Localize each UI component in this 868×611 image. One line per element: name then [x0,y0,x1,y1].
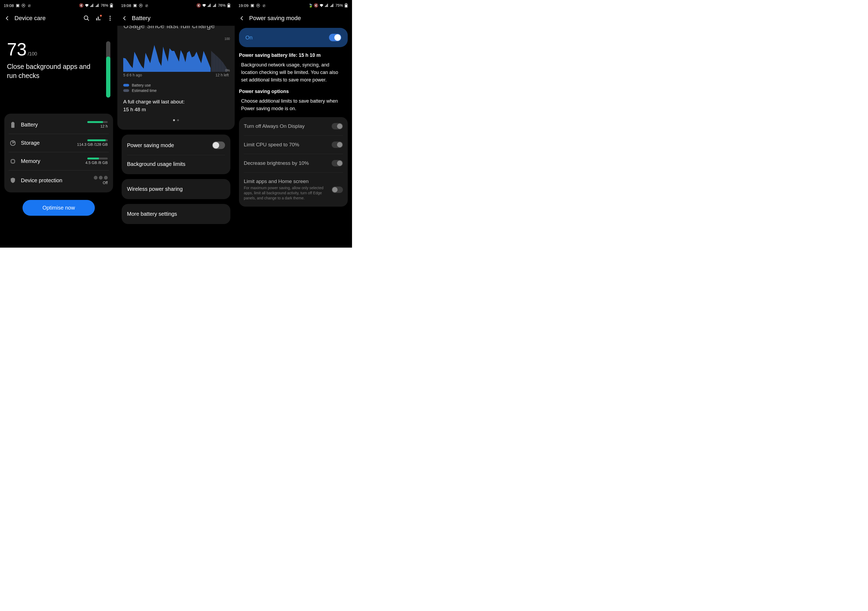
wifi-icon [319,3,324,8]
score-bar-fill [106,57,110,98]
usage-title: Usage since last full charge [123,26,229,30]
svg-rect-2 [111,5,113,7]
aod-toggle[interactable] [332,123,343,129]
chart-legend: Battery use Estimated time [123,82,229,93]
option-label: More battery settings [127,211,225,217]
image-icon: ▣ [133,3,137,8]
chart-x-right: 12 h left [215,73,229,77]
record-icon: ⦿ [256,3,260,8]
status-time: 19:08 [4,3,14,8]
status-bar: 19:08 ▣ ⦿ ⎚ 🔇 76% [117,0,235,11]
page-title: Battery [132,15,230,22]
pager [123,119,229,121]
score-section: 73/100 Close background apps and run che… [4,26,113,103]
battery-icon [109,3,113,8]
protection-item[interactable]: Device protection Off [9,171,109,190]
battery-chart: 100 0% 5 d 6 h ago 12 h left [123,37,229,80]
memory-icon [10,158,16,164]
image-icon: ▣ [16,3,20,8]
back-button[interactable] [4,15,10,21]
limit-apps-row[interactable]: Limit apps and Home screen For maximum p… [244,172,343,206]
battery-icon [344,3,348,8]
svg-point-4 [110,16,111,17]
more-icon[interactable] [107,15,113,21]
opts-title: Power saving options [239,89,348,94]
power-saving-row[interactable]: Power saving mode [127,136,225,155]
leaf-icon: 🍃 [308,3,313,8]
limit-apps-toggle[interactable] [332,186,343,193]
chart-icon[interactable] [95,15,101,21]
header: Device care [0,11,117,26]
wireless-power-row[interactable]: Wireless power sharing [127,180,225,198]
on-label: On [245,34,253,41]
header: Power saving mode [235,11,352,26]
mute-icon: 🔇 [314,3,318,8]
mute-icon: 🔇 [79,3,84,8]
y-top: 100 [225,37,230,41]
more-settings-row[interactable]: More battery settings [127,205,225,223]
charge-estimate: A full charge will last about: 15 h 48 m [123,98,229,113]
shield-icon [10,177,16,184]
svg-rect-12 [228,5,230,7]
status-bar: 19:08 ▣ ⦿ ⎚ 🔇 76% [0,0,117,11]
battery-icon [10,122,16,128]
item-value: 114.3 GB /128 GB [77,142,108,147]
svg-point-3 [84,16,88,20]
record-icon: ⦿ [22,3,26,8]
storage-item[interactable]: Storage 114.3 GB /128 GB [9,134,109,152]
master-toggle[interactable] [329,34,341,41]
battery-pct: 76% [218,3,226,8]
item-value: 4.5 GB /8 GB [85,161,108,165]
life-label: Power saving battery life: 15 h 10 m [239,53,348,58]
usage-card[interactable]: Usage since last full charge 100 0% 5 d … [117,26,235,130]
device-care-screen: 19:08 ▣ ⦿ ⎚ 🔇 76% Device care [0,0,117,248]
dots-meter [94,176,108,180]
storage-icon [10,140,16,146]
item-label: Memory [21,158,81,164]
power-saving-toggle[interactable] [212,141,225,149]
cc-icon: ⎚ [27,3,32,8]
signal-icon-2 [95,3,100,8]
wifi-icon [202,3,206,8]
chart-svg [123,37,229,72]
battery-icon [227,3,231,8]
search-icon[interactable] [84,15,90,21]
opts-desc: Choose additional limits to save battery… [239,98,348,113]
status-bar: 19:09 ▣ ⦿ ⎚ 🍃 🔇 75% [235,0,352,11]
chart-x-left: 5 d 6 h ago [123,73,142,77]
cpu-row[interactable]: Limit CPU speed to 70% [244,136,343,154]
notification-dot-icon [100,15,102,17]
back-button[interactable] [122,15,127,21]
battery-pct: 76% [101,3,108,8]
memory-item[interactable]: Memory 4.5 GB /8 GB [9,152,109,171]
signal-icon [90,3,94,8]
signal-icon [207,3,212,8]
cpu-toggle[interactable] [332,141,343,148]
options-card-1: Power saving mode Background usage limit… [122,135,230,174]
svg-rect-8 [11,123,14,128]
score-bar [106,41,110,98]
page-title: Device care [14,15,79,22]
on-card[interactable]: On [239,28,348,47]
option-label: Background usage limits [127,161,225,167]
y-bot: 0% [225,68,230,72]
opt-label: Turn off Always On Display [244,123,329,129]
record-icon: ⦿ [139,3,143,8]
aod-row[interactable]: Turn off Always On Display [244,117,343,136]
legend-use: Battery use [132,83,151,87]
brightness-toggle[interactable] [332,160,343,166]
life-desc: Background network usage, syncing, and l… [239,61,348,84]
signal-icon-2 [213,3,217,8]
background-limits-row[interactable]: Background usage limits [127,155,225,173]
option-label: Wireless power sharing [127,186,225,192]
signal-icon-2 [330,3,334,8]
item-value: 12 h [101,124,108,129]
svg-rect-9 [11,160,14,163]
battery-item[interactable]: Battery 12 h [9,116,109,134]
svg-point-6 [110,20,111,21]
brightness-row[interactable]: Decrease brightness by 10% [244,154,343,172]
back-button[interactable] [239,15,245,21]
svg-point-5 [110,18,111,19]
score-max: /100 [28,51,37,57]
optimise-button[interactable]: Optimise now [23,200,95,216]
